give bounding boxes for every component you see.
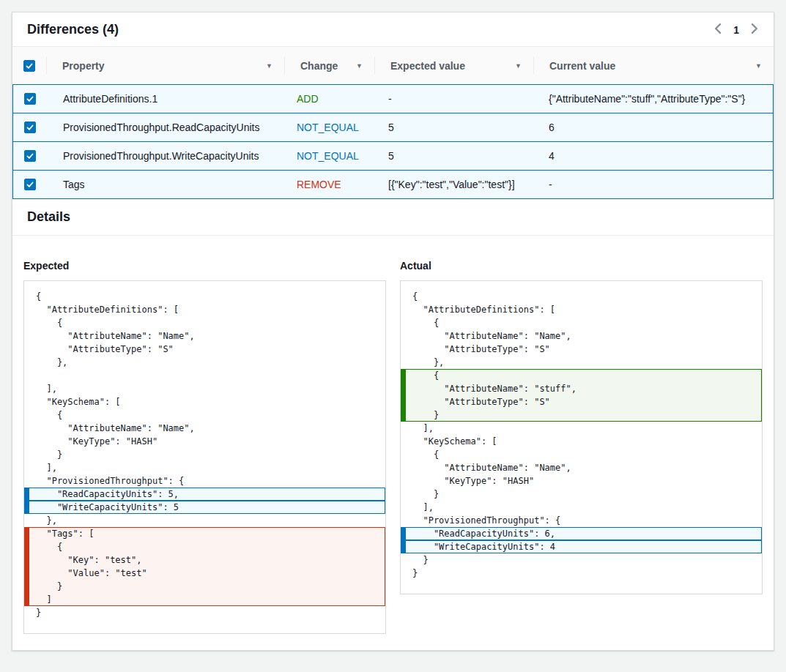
code-line: "KeyType": "HASH" — [24, 435, 385, 448]
code-line: "WriteCapacityUnits": 5 — [24, 501, 385, 514]
diff-highlight-green: { "AttributeName": "stuff", "AttributeTy… — [401, 369, 762, 422]
diff-highlight-blue: "WriteCapacityUnits": 5 — [24, 501, 385, 514]
diff-property: Tags — [47, 179, 285, 190]
code-line: { — [24, 290, 385, 303]
table-header-row: Property ▼ Change ▼ Expected value ▼ Cur… — [12, 47, 774, 84]
code-line: { — [401, 369, 762, 382]
code-line: { — [401, 448, 762, 461]
code-line: "WriteCapacityUnits": 4 — [401, 540, 762, 553]
expected-json-view: { "AttributeDefinitions": [ { "Attribute… — [23, 280, 386, 634]
table-row[interactable]: ProvisionedThroughput.WriteCapacityUnits… — [12, 141, 774, 171]
code-line: "ProvisionedThroughput": { — [401, 514, 762, 527]
code-line: "ReadCapacityUnits": 5, — [24, 488, 385, 501]
row-checkbox[interactable] — [24, 150, 36, 162]
diff-current-value: 6 — [534, 122, 773, 133]
expected-pane: Expected { "AttributeDefinitions": [ { "… — [23, 260, 386, 634]
sort-arrow-icon[interactable]: ▼ — [266, 62, 272, 70]
code-line: "Value": "test" — [24, 567, 385, 580]
row-checkbox[interactable] — [24, 122, 36, 133]
code-line: "AttributeType": "S" — [401, 395, 762, 408]
sort-arrow-icon[interactable]: ▼ — [356, 62, 363, 70]
code-line: "AttributeDefinitions": [ — [24, 303, 385, 316]
code-line: ], — [24, 382, 385, 395]
differences-panel: Differences (4) 1 Property — [12, 12, 774, 651]
code-line: } — [24, 580, 385, 593]
diff-highlight-blue: "WriteCapacityUnits": 4 — [401, 540, 762, 553]
code-line: } — [24, 448, 385, 461]
check-icon — [26, 93, 34, 105]
column-header-current-value: Current value ▼ — [533, 47, 774, 84]
code-line: "AttributeName": "stuff", — [401, 382, 762, 395]
code-line: "AttributeName": "Name", — [401, 461, 762, 474]
diff-highlight-blue: "ReadCapacityUnits": 5, — [24, 488, 385, 501]
next-page-button[interactable] — [751, 23, 759, 36]
code-line: "KeySchema": [ — [24, 395, 385, 408]
diff-change-type: NOT_EQUAL — [285, 150, 375, 162]
diff-rows: AttributeDefinitions.1ADD-{"AttributeNam… — [12, 84, 774, 199]
chevron-left-icon — [713, 23, 722, 36]
code-line: ], — [401, 422, 762, 435]
pagination: 1 — [713, 23, 759, 36]
details-section: Expected { "AttributeDefinitions": [ { "… — [12, 236, 774, 650]
diff-change-type: REMOVE — [285, 179, 375, 190]
diff-expected-value: [{"Key":"test","Value":"test"}] — [375, 179, 534, 190]
sort-arrow-icon[interactable]: ▼ — [755, 62, 762, 70]
check-icon — [26, 60, 33, 72]
code-line: "KeySchema": [ — [401, 435, 762, 448]
panel-title: Differences (4) — [27, 22, 119, 37]
diff-expected-value: - — [375, 93, 534, 105]
diff-property: AttributeDefinitions.1 — [47, 93, 285, 105]
code-line: ] — [24, 593, 385, 606]
row-checkbox-cell — [13, 122, 47, 133]
code-line: "AttributeName": "Name", — [24, 422, 385, 435]
select-all-cell — [12, 47, 46, 84]
column-header-expected-value: Expected value ▼ — [374, 47, 533, 84]
code-line: } — [401, 408, 762, 422]
sort-arrow-icon[interactable]: ▼ — [515, 62, 522, 70]
details-section-title: Details — [12, 199, 774, 236]
code-line: { — [401, 316, 762, 329]
select-all-checkbox[interactable] — [23, 60, 35, 72]
diff-expected-value: 5 — [375, 150, 534, 162]
current-page-number[interactable]: 1 — [733, 24, 739, 36]
row-checkbox-cell — [13, 93, 47, 105]
diff-current-value: - — [534, 179, 773, 190]
actual-pane-label: Actual — [400, 260, 763, 272]
row-checkbox[interactable] — [24, 93, 36, 105]
column-label: Change — [300, 60, 338, 72]
code-line: "Tags": [ — [24, 527, 385, 540]
diff-property: ProvisionedThroughput.ReadCapacityUnits — [47, 122, 285, 133]
code-line: } — [401, 488, 762, 501]
diff-current-value: 4 — [534, 150, 773, 162]
diff-change-type: NOT_EQUAL — [285, 122, 375, 133]
code-line: "AttributeType": "S" — [24, 343, 385, 356]
previous-page-button[interactable] — [713, 23, 722, 36]
row-checkbox[interactable] — [24, 179, 36, 190]
table-row[interactable]: AttributeDefinitions.1ADD-{"AttributeNam… — [12, 84, 774, 113]
code-line: "ReadCapacityUnits": 6, — [401, 527, 762, 540]
code-line: { — [24, 316, 385, 329]
diff-expected-value: 5 — [375, 122, 534, 133]
table-row[interactable]: TagsREMOVE[{"Key":"test","Value":"test"}… — [12, 170, 774, 199]
column-header-property: Property ▼ — [46, 47, 284, 84]
code-line: }, — [24, 356, 385, 369]
column-label: Current value — [549, 60, 615, 72]
actual-pane: Actual { "AttributeDefinitions": [ { "At… — [400, 260, 763, 594]
panel-header: Differences (4) 1 — [12, 12, 774, 47]
chevron-right-icon — [751, 23, 759, 36]
column-label: Expected value — [390, 60, 465, 72]
diff-highlight-red: "Tags": [ { "Key": "test", "Value": "tes… — [24, 527, 385, 606]
code-line — [24, 369, 385, 382]
code-line: ], — [24, 461, 385, 474]
check-icon — [26, 122, 34, 133]
code-line: "AttributeName": "Name", — [24, 329, 385, 343]
row-checkbox-cell — [13, 179, 47, 190]
actual-json-view: { "AttributeDefinitions": [ { "Attribute… — [400, 280, 763, 594]
code-line: { — [24, 540, 385, 553]
code-line: "AttributeType": "S" — [401, 343, 762, 356]
code-line: "AttributeName": "Name", — [401, 329, 762, 343]
code-line: "Key": "test", — [24, 553, 385, 567]
row-checkbox-cell — [13, 150, 47, 162]
table-row[interactable]: ProvisionedThroughput.ReadCapacityUnitsN… — [12, 113, 774, 142]
expected-pane-label: Expected — [23, 260, 386, 272]
